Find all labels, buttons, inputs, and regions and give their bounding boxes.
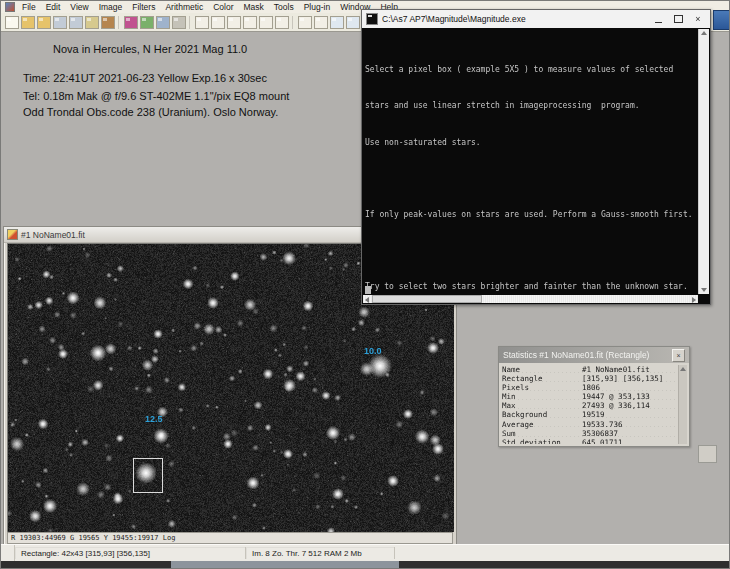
statistics-row: Average 19533.736 bbox=[502, 420, 678, 429]
annotation-line-2: Tel: 0.18m Mak @ f/9.6 ST-402ME 1.1"/pix… bbox=[23, 90, 289, 102]
close-folder-icon[interactable] bbox=[101, 16, 115, 29]
menu-item-edit[interactable]: Edit bbox=[41, 2, 66, 12]
console-horizontal-scrollbar[interactable] bbox=[363, 295, 698, 303]
statistics-row: Background 19519 bbox=[502, 410, 678, 419]
console-line: Select a pixel box ( example 5X5 ) to me… bbox=[365, 65, 698, 74]
console-line bbox=[365, 246, 698, 255]
console-line: stars and use linear stretch in imagepro… bbox=[365, 101, 698, 110]
menu-item-color[interactable]: Color bbox=[208, 2, 238, 12]
scroll-down-icon[interactable] bbox=[701, 288, 707, 292]
statistics-row-label: Name bbox=[502, 365, 582, 374]
statistics-row: Min 19447 @ 353,133 bbox=[502, 392, 678, 401]
statistics-row-value: 19447 @ 353,133 bbox=[582, 392, 678, 401]
menu-item-file[interactable]: File bbox=[17, 2, 41, 12]
console-titlebar[interactable]: C:\As7 AP7\Magnitude\Magnitude.exe × bbox=[362, 10, 710, 28]
zoom-in-icon[interactable] bbox=[330, 16, 344, 29]
ui-fragment bbox=[698, 445, 717, 463]
open-file-icon[interactable] bbox=[21, 16, 35, 29]
statistics-row-label: Average bbox=[502, 420, 582, 429]
statistics-row-value: 19519 bbox=[582, 410, 678, 419]
restore-window-icon[interactable] bbox=[298, 16, 312, 29]
statistics-titlebar[interactable]: Statistics #1 NoName01.fit (Rectangle) × bbox=[499, 347, 689, 363]
console-title: C:\As7 AP7\Magnitude\Magnitude.exe bbox=[382, 14, 646, 24]
histogram-icon[interactable] bbox=[195, 16, 209, 29]
statistics-row-label: Background bbox=[502, 410, 582, 419]
console-close-button[interactable]: × bbox=[690, 12, 706, 26]
menu-item-arithmetic[interactable]: Arithmetic bbox=[160, 2, 208, 12]
statusbar-rectangle-readout: Rectangle: 42x43 [315,93] [356,135] bbox=[15, 547, 246, 559]
menu-item-mask[interactable]: Mask bbox=[239, 2, 269, 12]
scrollbar-thumb[interactable] bbox=[372, 295, 482, 303]
save-icon[interactable] bbox=[53, 16, 67, 29]
console-minimize-button[interactable] bbox=[650, 12, 666, 26]
curves-icon[interactable] bbox=[211, 16, 225, 29]
stretch-max-icon[interactable] bbox=[275, 16, 289, 29]
statistics-row: Std deviation 645.01711 bbox=[502, 438, 678, 444]
image-window-statusbar: R 19303:44969 G 19565 Y 19455:19917 Log bbox=[7, 532, 453, 544]
statistics-scrollbar[interactable] bbox=[678, 365, 687, 444]
statistics-row-label: Max bbox=[502, 401, 582, 410]
toolbar-separator bbox=[118, 16, 121, 29]
stretch-min-icon[interactable] bbox=[243, 16, 257, 29]
console-output: Select a pixel box ( example 5X5 ) to me… bbox=[365, 29, 698, 294]
scroll-up-icon[interactable] bbox=[680, 367, 686, 371]
console-line: If only peak-values on stars are used. P… bbox=[365, 210, 698, 219]
statistics-row-value: #1 NoName01.fit bbox=[582, 365, 678, 374]
console-window: C:\As7 AP7\Magnitude\Magnitude.exe × Sel… bbox=[361, 9, 711, 305]
console-cursor bbox=[365, 286, 371, 294]
annotation-line-3: Odd Trondal Obs.code 238 (Uranium). Oslo… bbox=[23, 106, 278, 118]
console-maximize-button[interactable] bbox=[670, 12, 686, 26]
app-statusbar: Rectangle: 42x43 [315,93] [356,135] Im. … bbox=[1, 544, 729, 561]
toolbar-separator bbox=[189, 16, 192, 29]
undo-icon[interactable] bbox=[124, 16, 138, 29]
menu-item-filters[interactable]: Filters bbox=[127, 2, 160, 12]
scroll-up-icon[interactable] bbox=[701, 31, 707, 35]
statusbar-memory-readout: Im. 8 Zo. Thr. 7 512 RAM 2 Mb bbox=[246, 547, 395, 559]
menu-item-tools[interactable]: Tools bbox=[269, 2, 299, 12]
stretch-mid-icon[interactable] bbox=[259, 16, 273, 29]
image-window-title: #1 NoName01.fit bbox=[21, 230, 85, 240]
statistics-row-label: Min bbox=[502, 392, 582, 401]
menu-item-image[interactable]: Image bbox=[94, 2, 128, 12]
app-icon bbox=[5, 2, 15, 12]
zoom-out-icon[interactable] bbox=[346, 16, 360, 29]
star-mask-icon[interactable] bbox=[140, 16, 154, 29]
statistics-row: Name #1 NoName01.fit bbox=[502, 365, 678, 374]
statistics-row: Rectangle [315,93] [356,135] bbox=[502, 374, 678, 383]
statistics-close-button[interactable]: × bbox=[672, 349, 685, 362]
save-copy-icon[interactable] bbox=[85, 16, 99, 29]
open-recent-icon[interactable] bbox=[37, 16, 51, 29]
console-vertical-scrollbar[interactable] bbox=[698, 29, 709, 294]
image-file-icon bbox=[7, 229, 18, 240]
toolbar-separator bbox=[292, 16, 295, 29]
statistics-row: Sum 35306837 bbox=[502, 429, 678, 438]
background-window-icon bbox=[713, 10, 730, 30]
annotation-line-1: Time: 22:41UT 2021-06-23 Yellow Exp.16 x… bbox=[23, 72, 267, 84]
annotation-title: Nova in Hercules, N Her 2021 Mag 11.0 bbox=[53, 43, 247, 55]
astroart-main-window: File Edit View Image Filters Arithmetic … bbox=[0, 0, 730, 569]
scroll-left-icon[interactable] bbox=[365, 297, 369, 303]
statistics-title: Statistics #1 NoName01.fit (Rectangle) bbox=[503, 350, 672, 360]
copy-icon[interactable] bbox=[156, 16, 170, 29]
statistics-row-label: Rectangle bbox=[502, 374, 582, 383]
statistics-row-label: Sum bbox=[502, 429, 582, 438]
console-line: Try to select two stars brighter and fai… bbox=[365, 282, 698, 291]
menu-item-plugin[interactable]: Plug-in bbox=[299, 2, 335, 12]
statistics-table: Name #1 NoName01.fit Rectangle [315,93] … bbox=[502, 365, 678, 444]
save-as-icon[interactable] bbox=[69, 16, 83, 29]
menu-item-view[interactable]: View bbox=[65, 2, 93, 12]
scroll-right-icon[interactable] bbox=[692, 297, 696, 303]
paste-icon[interactable] bbox=[172, 16, 186, 29]
statistics-row-value: 19533.736 bbox=[582, 420, 678, 429]
taskbar-button-fragment bbox=[171, 561, 399, 568]
magnitude-label-12-5: 12.5 bbox=[145, 414, 163, 424]
statusbar-grip bbox=[1, 545, 15, 561]
image-stretch-readout: R 19303:44969 G 19565 Y 19455:19917 Log bbox=[11, 534, 175, 542]
statistics-row: Pixels 1806 bbox=[502, 383, 678, 392]
statistics-row-value: [315,93] [356,135] bbox=[582, 374, 678, 383]
new-file-icon[interactable] bbox=[5, 16, 19, 29]
levels-icon[interactable] bbox=[227, 16, 241, 29]
statistics-row-label: Pixels bbox=[502, 383, 582, 392]
maximize-window-icon[interactable] bbox=[314, 16, 328, 29]
statistics-row-value: 27493 @ 336,114 bbox=[582, 401, 678, 410]
